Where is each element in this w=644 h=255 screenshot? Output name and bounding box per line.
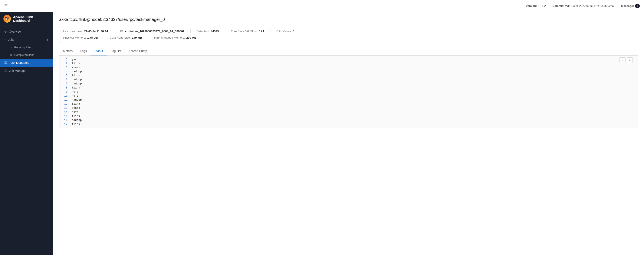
free-slots-label: Free Slots / All Slots:	[231, 30, 258, 33]
data-port-item: Data Port: 44523	[196, 30, 225, 33]
sidebar-nav: ⊙ Overview ≡ Jobs ▲ ⊙ Running Jobs ⊙ Com…	[0, 26, 53, 77]
tab-logs[interactable]: Logs	[76, 47, 90, 56]
sidebar-item-jobs-label: Jobs	[8, 38, 14, 41]
content-area: akka.tcp://flink@node02:34627/user/rpc/t…	[53, 12, 644, 255]
id-item: ID: container_1620906623478_0008_01_0000…	[120, 30, 190, 33]
sidebar-item-task-managers[interactable]: ☰ Task Managers	[0, 59, 53, 67]
data-port-value: 44523	[211, 30, 219, 33]
code-line: 8 flink	[60, 86, 638, 90]
code-line: 5 flink	[60, 74, 638, 78]
line-number: 8	[60, 86, 70, 90]
code-line: 10 hdfs	[60, 94, 638, 98]
line-number: 1	[60, 57, 70, 61]
code-viewer: ↻ ⬇ 1 yarn 2 flink 3 spark 4 hadoop 5 fl…	[59, 56, 638, 128]
jobs-children: ⊙ Running Jobs ⊙ Completed Jobs	[0, 44, 53, 59]
code-line: 7 hadoop	[60, 82, 638, 86]
code-line: 6 hadoop	[60, 78, 638, 82]
task-managers-icon: ☰	[4, 61, 7, 64]
top-bar-right: Version: 1.11.2 | Commit: fe36135 @ 2020…	[526, 4, 640, 8]
divider-3	[225, 29, 225, 33]
line-content: flink	[70, 86, 82, 90]
line-content: flink	[70, 114, 82, 118]
line-number: 11	[60, 98, 70, 102]
version-label: Version:	[526, 4, 537, 8]
id-label: ID:	[120, 30, 124, 33]
line-content: spark	[70, 106, 82, 110]
code-line: 13 spark	[60, 106, 638, 110]
separator-1: |	[549, 4, 550, 8]
download-button[interactable]: ⬇	[627, 57, 633, 63]
code-viewer-toolbar: ↻ ⬇	[620, 57, 633, 63]
code-line: 1 yarn	[60, 57, 638, 61]
code-line: 2 flink	[60, 61, 638, 66]
line-content: hadoop	[70, 98, 84, 102]
divider-1	[114, 29, 114, 33]
line-content: hadoop	[70, 82, 84, 86]
commit-value: fe36135 @ 2020-09-09T16:19:03+02:00	[565, 4, 614, 8]
code-line: 9 hdfs	[60, 90, 638, 94]
divider-4	[270, 29, 270, 33]
cpu-cores-item: CPU Cores: 1	[276, 30, 301, 33]
sidebar: 🦅 Apache Flink Dashboard ⊙ Overview ≡ Jo…	[0, 12, 53, 255]
sidebar-item-jobs[interactable]: ≡ Jobs ▲	[0, 36, 53, 44]
last-heartbeat-item: Last Heartbeat: 21-05-14 11:30:14	[63, 30, 114, 33]
sidebar-logo-text: Apache Flink Dashboard	[13, 15, 50, 22]
sidebar-item-running-jobs[interactable]: ⊙ Running Jobs	[2, 44, 53, 51]
tab-stdout[interactable]: Stdout	[90, 47, 107, 56]
line-number: 16	[60, 118, 70, 122]
code-line: 16 hadoop	[60, 118, 638, 122]
flink-logo-icon: 🦅	[4, 15, 11, 23]
sidebar-item-overview[interactable]: ⊙ Overview	[0, 28, 53, 36]
main-layout: 🦅 Apache Flink Dashboard ⊙ Overview ≡ Jo…	[0, 12, 644, 255]
commit-label: Commit:	[552, 4, 564, 8]
free-slots-item: Free Slots / All Slots: 0 / 1	[231, 30, 270, 33]
tab-thread-dump[interactable]: Thread Dump	[125, 47, 151, 56]
version-value: 1.11.2	[538, 4, 546, 8]
last-heartbeat-label: Last Heartbeat:	[63, 30, 83, 33]
code-line: 3 spark	[60, 66, 638, 70]
line-number: 6	[60, 78, 70, 82]
line-number: 13	[60, 106, 70, 110]
jobs-icon: ≡	[4, 38, 6, 41]
message-badge[interactable]: 0	[635, 4, 640, 8]
divider-5	[104, 35, 104, 40]
line-number: 15	[60, 114, 70, 118]
sidebar-item-task-managers-label: Task Managers	[9, 61, 30, 64]
line-number: 5	[60, 74, 70, 78]
physical-memory-item: Physical Memory: 1.78 GB	[63, 36, 104, 39]
line-number: 10	[60, 94, 70, 98]
message-label: Message:	[621, 4, 634, 8]
sidebar-item-job-manager[interactable]: ☰ Job Manager	[0, 67, 53, 75]
data-port-label: Data Port:	[196, 30, 210, 33]
line-content: hdfs	[70, 94, 80, 98]
line-number: 17	[60, 122, 70, 126]
page-title: akka.tcp://flink@node02:34627/user/rpc/t…	[59, 17, 638, 22]
separator-2: |	[618, 4, 618, 8]
hamburger-icon[interactable]: ☰	[4, 4, 8, 8]
jvm-heap-item: JVM Heap Size: 149 MB	[110, 36, 148, 39]
code-line: 4 hadoop	[60, 70, 638, 74]
sidebar-item-completed-jobs[interactable]: ⊙ Completed Jobs	[2, 51, 53, 59]
jvm-heap-label: JVM Heap Size:	[110, 36, 131, 39]
sidebar-item-completed-jobs-label: Completed Jobs	[14, 53, 34, 57]
code-line: 11 hadoop	[60, 98, 638, 102]
tab-metrics[interactable]: Metrics	[59, 47, 76, 56]
id-value: container_1620906623478_0008_01_000002	[125, 30, 184, 33]
info-row-2: Physical Memory: 1.78 GB JVM Heap Size: …	[63, 35, 634, 40]
line-content: hadoop	[70, 78, 84, 82]
completed-jobs-icon: ⊙	[10, 53, 12, 57]
flink-memory-item: Flink Managed Memory: 230 MB	[154, 36, 202, 39]
code-line: 14 hdfs	[60, 110, 638, 114]
line-number: 3	[60, 66, 70, 70]
line-number: 14	[60, 110, 70, 114]
tab-log-list[interactable]: Log List	[107, 47, 125, 56]
code-lines-container: 1 yarn 2 flink 3 spark 4 hadoop 5 flink …	[60, 56, 638, 128]
line-number: 4	[60, 70, 70, 74]
overview-icon: ⊙	[4, 30, 7, 33]
refresh-button[interactable]: ↻	[620, 57, 626, 63]
running-jobs-icon: ⊙	[10, 46, 12, 49]
line-content: hdfs	[70, 90, 80, 94]
sidebar-item-overview-label: Overview	[9, 30, 21, 33]
line-content: flink	[70, 61, 82, 66]
code-line: 17 flink	[60, 122, 638, 126]
